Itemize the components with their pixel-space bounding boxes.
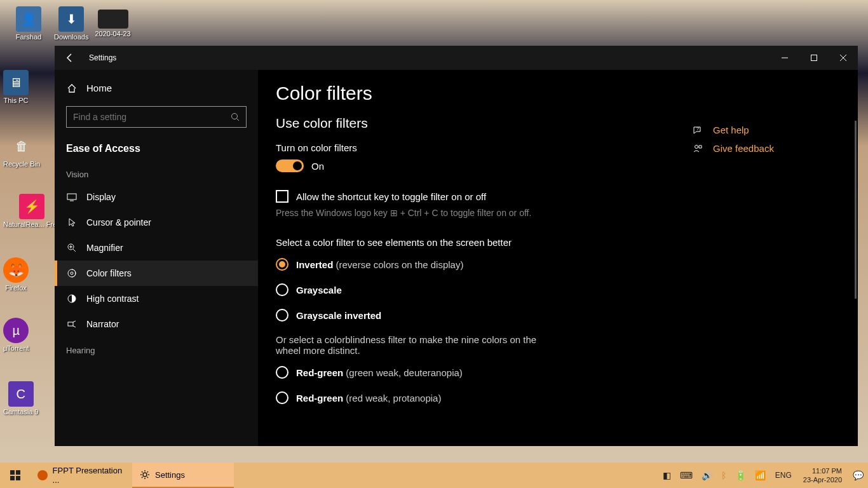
nav-narrator[interactable]: Narrator — [55, 311, 258, 337]
radio-name: Red-green — [296, 367, 343, 378]
nav-label: Narrator — [86, 319, 119, 329]
display-icon — [66, 192, 78, 202]
shortcut-checkbox[interactable] — [276, 190, 288, 203]
maximize-button[interactable] — [799, 46, 829, 70]
search-box[interactable] — [66, 106, 247, 128]
radio-inverted[interactable]: Inverted (reverse colors on the display) — [276, 258, 675, 271]
desktop-icon-user[interactable]: 👤 Farshad — [3, 6, 54, 41]
category-label: Ease of Access — [55, 134, 258, 161]
home-button[interactable]: Home — [55, 76, 258, 100]
desktop-icon-recyclebin[interactable]: 🗑 Recycle Bin — [3, 133, 40, 168]
desktop-icon-thispc[interactable]: 🖥 This PC — [3, 70, 29, 104]
search-input[interactable] — [73, 112, 231, 122]
svg-point-22 — [37, 470, 48, 480]
radio-icon — [276, 366, 288, 379]
link-label: Give feedback — [713, 143, 774, 154]
desktop-icon-naturalreader[interactable]: ⚡ NaturalRea... Free — [3, 194, 60, 228]
wifi-icon[interactable]: 📶 — [750, 470, 770, 480]
volume-icon[interactable]: 🔊 — [697, 470, 717, 480]
color-filters-icon — [66, 268, 78, 278]
nav-label: Display — [86, 192, 116, 202]
icon-label: NaturalRea... Free — [3, 220, 60, 228]
radio-grayscale-inverted[interactable]: Grayscale inverted — [276, 309, 675, 322]
nav-label: Cursor & pointer — [86, 217, 151, 227]
icon-label: Camtasia 9 — [3, 408, 39, 416]
radio-deuteranopia[interactable]: Red-green (green weak, deuteranopia) — [276, 366, 675, 379]
nav-display[interactable]: Display — [55, 184, 258, 210]
link-label: Get help — [713, 125, 749, 135]
bluetooth-icon[interactable]: ᛒ — [717, 470, 731, 480]
svg-line-5 — [237, 119, 240, 121]
desktop-icon-firefox[interactable]: 🦊 Firefox — [3, 257, 29, 292]
taskbar-settings[interactable]: Settings — [132, 463, 234, 488]
close-button[interactable] — [829, 46, 858, 70]
icon-label: Downloads — [54, 33, 88, 41]
magnifier-icon — [66, 243, 78, 253]
start-button[interactable] — [0, 463, 31, 488]
svg-point-13 — [71, 272, 73, 274]
narrator-icon — [66, 319, 78, 329]
desktop-icon-screenshot[interactable]: 2020-04-23 — [95, 6, 130, 41]
high-contrast-icon — [66, 294, 78, 304]
svg-rect-19 — [16, 470, 20, 475]
titlebar: Settings — [55, 46, 858, 70]
colorblind-text: Or select a colorblindness filter to mak… — [276, 334, 549, 356]
search-icon — [231, 112, 240, 121]
radio-name: Red-green — [296, 393, 343, 403]
radio-desc: (reverse colors on the display) — [333, 259, 463, 270]
battery-icon[interactable]: 🔋 — [731, 470, 750, 480]
taskbar-fppt[interactable]: FPPT Presentation ... — [31, 463, 132, 488]
shortcut-hint: Press the Windows logo key ⊞ + Ctrl + C … — [276, 208, 675, 218]
icon-label: This PC — [3, 97, 28, 104]
cursor-icon — [66, 217, 78, 227]
clock-date: 23-Apr-2020 — [803, 475, 842, 484]
toggle-label: Turn on color filters — [276, 142, 675, 153]
svg-rect-6 — [67, 194, 76, 200]
powerpoint-icon — [37, 469, 49, 482]
section-vision: Vision — [55, 161, 258, 184]
home-icon — [66, 83, 78, 93]
sidebar: Home Ease of Access Vision Display Curso… — [55, 70, 258, 446]
svg-rect-20 — [10, 476, 15, 480]
svg-point-4 — [232, 114, 238, 119]
tray-app-icon[interactable]: ◧ — [658, 470, 675, 480]
nav-magnifier[interactable]: Magnifier — [55, 235, 258, 261]
nav-label: Color filters — [86, 268, 132, 278]
content-area: Color filters Use color filters Turn on … — [258, 70, 858, 446]
svg-rect-18 — [10, 470, 15, 475]
minimize-button[interactable] — [770, 46, 799, 70]
page-subtitle: Use color filters — [276, 116, 675, 131]
icon-label: Recycle Bin — [3, 160, 40, 168]
radio-grayscale[interactable]: Grayscale — [276, 283, 675, 296]
input-indicator-icon[interactable]: ⌨ — [675, 470, 697, 480]
svg-point-23 — [143, 473, 147, 477]
nav-label: Magnifier — [86, 243, 123, 253]
language-indicator[interactable]: ENG — [770, 471, 797, 480]
svg-rect-1 — [811, 55, 817, 61]
nav-color-filters[interactable]: Color filters — [55, 261, 258, 286]
home-label: Home — [86, 83, 112, 93]
notifications-icon[interactable]: 💬 — [848, 470, 868, 480]
page-title: Color filters — [276, 83, 675, 104]
desktop-icon-utorrent[interactable]: µ µTorrent — [3, 318, 29, 352]
get-help-link[interactable]: ? Get help — [693, 125, 858, 135]
section-hearing: Hearing — [55, 337, 258, 360]
radio-icon — [276, 309, 288, 322]
desktop-icon-downloads[interactable]: ⬇ Downloads — [54, 6, 88, 41]
radio-icon — [276, 258, 288, 271]
nav-high-contrast[interactable]: High contrast — [55, 286, 258, 311]
radio-protanopia[interactable]: Red-green (red weak, protanopia) — [276, 391, 675, 404]
back-button[interactable] — [62, 50, 78, 65]
help-icon: ? — [693, 125, 705, 135]
icon-label: Firefox — [5, 284, 27, 292]
give-feedback-link[interactable]: Give feedback — [693, 143, 858, 154]
color-filters-toggle[interactable] — [276, 159, 304, 172]
clock-time: 11:07 PM — [803, 466, 842, 475]
settings-window: Settings Home Ease of Access Vision — [55, 46, 858, 446]
radio-icon — [276, 391, 288, 404]
clock[interactable]: 11:07 PM 23-Apr-2020 — [797, 466, 848, 485]
scrollbar[interactable] — [855, 121, 857, 299]
desktop-icon-camtasia[interactable]: C Camtasia 9 — [3, 381, 39, 416]
nav-cursor[interactable]: Cursor & pointer — [55, 210, 258, 235]
radio-desc: (red weak, protanopia) — [343, 393, 441, 403]
